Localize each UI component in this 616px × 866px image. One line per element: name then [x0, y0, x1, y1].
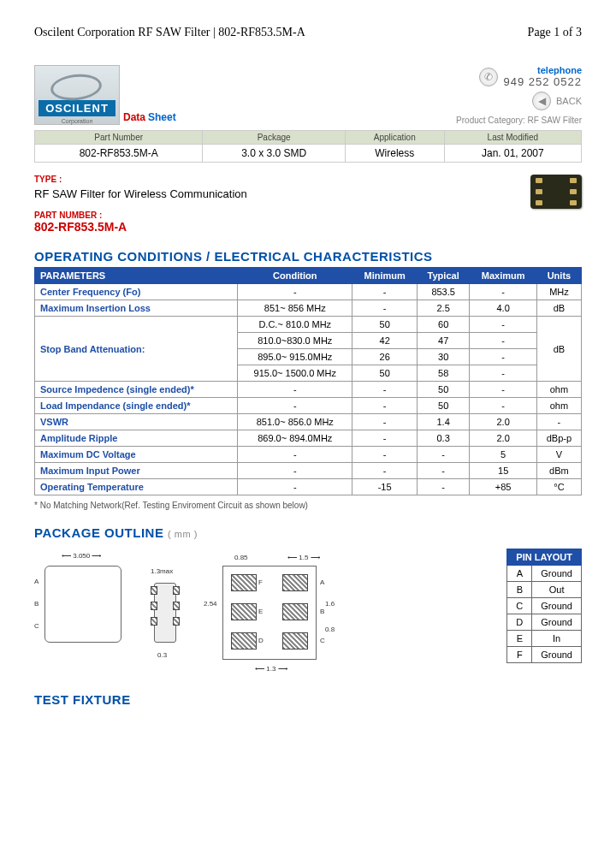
spec-th: Minimum — [352, 268, 417, 284]
section-fixture: TEST FIXTURE — [34, 692, 582, 707]
table-row: AGround — [507, 566, 582, 582]
footnote: * No Matching Network(Ref. Testing Envir… — [34, 501, 582, 510]
header-title: Oscilent Corporation RF SAW Filter | 802… — [34, 26, 305, 39]
meta-th-partnumber: Part Number — [35, 131, 203, 145]
table-row: DGround — [507, 614, 582, 631]
table-row: EIn — [507, 631, 582, 647]
phone-icon: ✆ — [479, 68, 498, 86]
type-text: RF SAW Filter for Wireless Communication — [34, 187, 582, 200]
meta-table: Part Number Package Application Last Mod… — [34, 130, 582, 163]
company-logo: OSCILENT Corporation — [34, 65, 120, 125]
meta-th-modified: Last Modified — [444, 131, 581, 145]
table-row: Center Frequency (Fo)--853.5-MHz — [35, 284, 582, 300]
spec-th: Maximum — [470, 268, 536, 284]
table-row: Source Impedence (single ended)*--50-ohm — [35, 382, 582, 398]
table-row: BOut — [507, 582, 582, 598]
telephone-label: telephone — [503, 65, 582, 75]
spec-th: PARAMETERS — [35, 268, 238, 284]
partnumber-label: PART NUMBER : — [34, 211, 582, 220]
table-row: CGround — [507, 598, 582, 614]
table-row: Maximum DC Voltage---5V — [35, 447, 582, 463]
meta-td-partnumber: 802-RF853.5M-A — [35, 145, 203, 163]
meta-th-application: Application — [345, 131, 444, 145]
table-row: Maximum Input Power---15dBm — [35, 463, 582, 479]
page-number: Page 1 of 3 — [528, 26, 582, 39]
logo-brand: OSCILENT — [38, 100, 116, 116]
package-diagram: ⟵ 3.050 ⟶ A B C 1.3max 0.3 0.85 ⟵ 1.5 ⟶ — [34, 549, 491, 677]
partnumber-value: 802-RF853.5M-A — [34, 220, 582, 234]
section-opcond: OPERATING CONDITIONS / ELECTRICAL CHARAC… — [34, 249, 582, 264]
data-sheet-label: Data Sheet — [123, 111, 176, 123]
meta-td-package: 3.0 x 3.0 SMD — [203, 145, 345, 163]
telephone-number: 949 252 0522 — [503, 75, 582, 88]
meta-th-package: Package — [203, 131, 345, 145]
type-label: TYPE : — [34, 175, 582, 184]
spec-th: Condition — [238, 268, 352, 284]
pin-layout-table: PIN LAYOUT AGroundBOutCGroundDGroundEInF… — [506, 549, 582, 663]
table-row: FGround — [507, 647, 582, 663]
table-row: Stop Band Attenuation:D.C.~ 810.0 MHz506… — [35, 317, 582, 333]
section-outline: PACKAGE OUTLINE ( mm ) — [34, 525, 582, 540]
table-row: Load Impendance (single ended)*--50-ohm — [35, 398, 582, 414]
table-row: Operating Temperature--15-+85°C — [35, 479, 582, 495]
table-row: Amplitude Ripple869.0~ 894.0MHz-0.32.0dB… — [35, 430, 582, 447]
product-category: Product Category: RF SAW Filter — [456, 116, 582, 125]
table-row: Maximum Insertion Loss851~ 856 MHz-2.54.… — [35, 300, 582, 317]
back-icon[interactable]: ◀ — [532, 92, 551, 110]
chip-photo — [530, 175, 582, 209]
back-link[interactable]: BACK — [556, 96, 582, 106]
pin-table-header: PIN LAYOUT — [507, 549, 582, 566]
table-row: VSWR851.0~ 856.0 MHz-1.42.0- — [35, 414, 582, 430]
spec-table: PARAMETERSConditionMinimumTypicalMaximum… — [34, 267, 582, 495]
logo-sub: Corporation — [62, 118, 93, 124]
spec-th: Units — [536, 268, 581, 284]
spec-th: Typical — [417, 268, 470, 284]
meta-td-application: Wireless — [345, 145, 444, 163]
meta-td-modified: Jan. 01, 2007 — [444, 145, 581, 163]
